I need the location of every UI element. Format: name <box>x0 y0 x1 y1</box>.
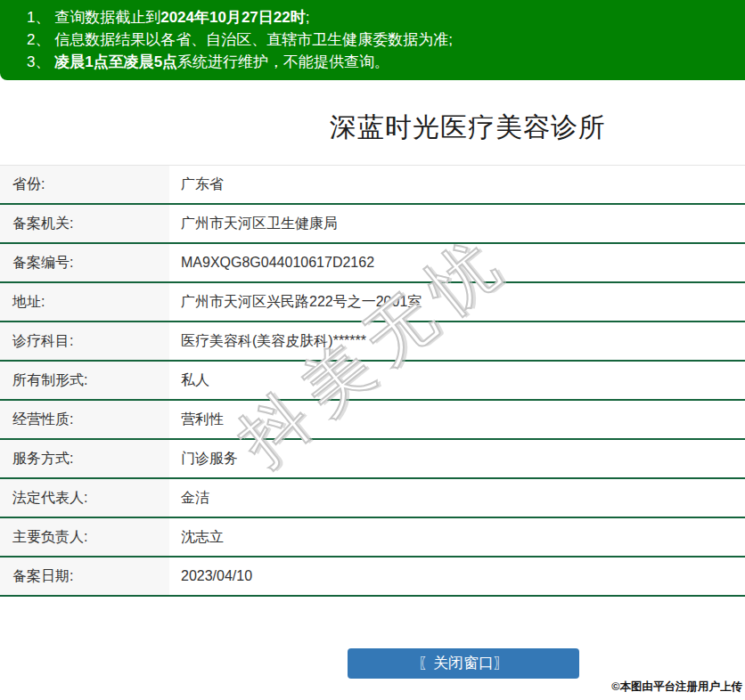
row-label: 备案编号: <box>0 244 169 281</box>
row-label: 主要负责人: <box>0 518 169 556</box>
notice-text: 1、 查询数据截止到 <box>27 9 160 26</box>
table-row: 地址: 广州市天河区兴民路222号之一2001室 <box>0 283 745 322</box>
row-label: 备案机关: <box>0 205 169 242</box>
row-value: 沈志立 <box>169 518 745 556</box>
info-table: 省份: 广东省 备案机关: 广州市天河区卫生健康局 备案编号: MA9XQG8G… <box>0 165 745 597</box>
notice-line: 3、 凌晨1点至凌晨5点系统进行维护，不能提供查询。 <box>27 51 745 73</box>
notice-text: 3、 <box>27 53 54 70</box>
notice-text: 系统进行维护，不能提供查询。 <box>177 53 389 70</box>
row-label: 服务方式: <box>0 440 169 477</box>
table-row: 诊疗科目: 医疗美容科(美容皮肤科)****** <box>0 322 745 362</box>
row-label: 省份: <box>0 166 169 203</box>
row-value: 私人 <box>169 362 745 399</box>
row-label: 经营性质: <box>0 401 169 438</box>
row-label: 诊疗科目: <box>0 322 169 360</box>
notice-banner: 1、 查询数据截止到2024年10月27日22时; 2、 信息数据结果以各省、自… <box>0 0 745 80</box>
row-value: MA9XQG8G044010617D2162 <box>169 244 745 281</box>
close-window-button[interactable]: 〖关闭窗口〗 <box>348 648 579 679</box>
table-row: 服务方式: 门诊服务 <box>0 440 745 479</box>
row-value: 门诊服务 <box>169 440 745 477</box>
row-value: 广州市天河区卫生健康局 <box>169 205 745 242</box>
row-value: 广东省 <box>169 166 745 203</box>
upload-credit: ©本图由平台注册用户上传 <box>611 680 742 695</box>
row-label: 法定代表人: <box>0 479 169 517</box>
button-row: 〖关闭窗口〗 <box>0 648 745 679</box>
notice-text: 2、 信息数据结果以各省、自治区、直辖市卫生健康委数据为准; <box>27 31 453 48</box>
main-content: 深蓝时光医疗美容诊所 省份: 广东省 备案机关: 广州市天河区卫生健康局 备案编… <box>0 110 745 679</box>
table-row: 省份: 广东省 <box>0 166 745 205</box>
table-row: 备案日期: 2023/04/10 <box>0 558 745 597</box>
table-row: 备案机关: 广州市天河区卫生健康局 <box>0 205 745 244</box>
notice-line: 1、 查询数据截止到2024年10月27日22时; <box>27 6 745 28</box>
row-value: 2023/04/10 <box>169 558 745 595</box>
row-label: 备案日期: <box>0 558 169 595</box>
notice-text: ; <box>306 9 310 26</box>
table-row: 法定代表人: 金洁 <box>0 479 745 518</box>
row-value: 营利性 <box>169 401 745 438</box>
row-value: 医疗美容科(美容皮肤科)****** <box>169 322 745 360</box>
notice-text-bold: 凌晨1点至凌晨5点 <box>54 53 177 70</box>
row-value: 金洁 <box>169 479 745 517</box>
page-title: 深蓝时光医疗美容诊所 <box>0 110 745 146</box>
row-label: 所有制形式: <box>0 362 169 399</box>
row-value: 广州市天河区兴民路222号之一2001室 <box>169 283 745 321</box>
table-row: 经营性质: 营利性 <box>0 401 745 440</box>
table-row: 备案编号: MA9XQG8G044010617D2162 <box>0 244 745 283</box>
table-row: 主要负责人: 沈志立 <box>0 518 745 558</box>
table-row: 所有制形式: 私人 <box>0 362 745 401</box>
row-label: 地址: <box>0 283 169 321</box>
notice-line: 2、 信息数据结果以各省、自治区、直辖市卫生健康委数据为准; <box>27 28 745 51</box>
notice-text-bold: 2024年10月27日22时 <box>160 9 306 26</box>
